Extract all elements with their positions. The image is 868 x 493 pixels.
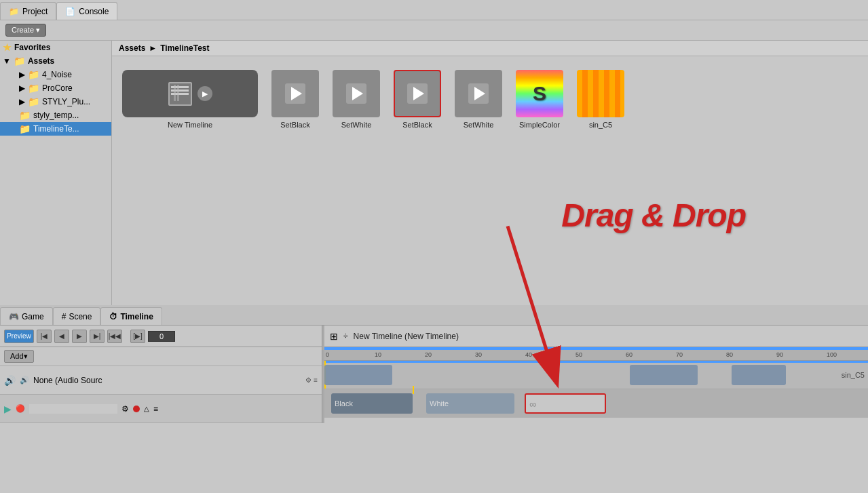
folder-icon: 📁 xyxy=(28,69,39,80)
tab-scene-label: Scene xyxy=(69,312,92,321)
asset-thumb-rainbow: S xyxy=(516,70,563,117)
cube-color-icon: 🔴 xyxy=(16,404,25,413)
asset-setwhite1[interactable]: SetWhite xyxy=(333,70,380,129)
svg-rect-4 xyxy=(177,85,179,101)
bottom-panel: 🎮 Game # Scene ⏱ Timeline Preview |◀ ◀ ▶… xyxy=(0,305,868,478)
sin-c5-label: sin_C5 xyxy=(842,361,865,389)
asset-thumb-striped xyxy=(577,70,624,117)
breadcrumb-folder: TimelineTest xyxy=(160,43,209,53)
tab-scene[interactable]: # Scene xyxy=(53,307,101,325)
preview-label: Preview xyxy=(7,332,31,340)
sidebar-item-label: TimelineTe... xyxy=(33,124,79,134)
asset-label: SetWhite xyxy=(464,121,494,129)
timeline-content: sin_C5 Black White xyxy=(324,361,868,423)
svg-rect-1 xyxy=(171,90,189,92)
preview-button[interactable]: Preview xyxy=(4,330,34,343)
asset-new-timeline[interactable]: ▶ New Timeline xyxy=(122,70,258,129)
main-area: ★ Favorites ▼ 📁 Assets ▶ 📁 4_Noise ▶ 📁 P… xyxy=(0,41,868,305)
sidebar-item-styly-temp[interactable]: 📁 styly_temp... xyxy=(0,109,111,122)
asset-simplecolor[interactable]: S SimpleColor xyxy=(516,70,563,129)
tab-timeline[interactable]: ⏱ Timeline xyxy=(100,307,162,325)
tab-console[interactable]: 📄 Console xyxy=(56,2,117,20)
step-back-button[interactable]: ◀ xyxy=(54,330,69,343)
timeline-title: New Timeline (New Timeline) xyxy=(354,332,459,341)
asset-setblack2[interactable]: SetBlack xyxy=(394,70,441,129)
audio-track-timeline: sin_C5 xyxy=(324,361,868,389)
asset-label: sin_C5 xyxy=(589,121,612,129)
asset-sinc5[interactable]: sin_C5 xyxy=(577,70,624,129)
white-block[interactable]: White xyxy=(426,393,514,414)
sidebar-favorites[interactable]: ★ Favorites xyxy=(0,41,111,54)
audio-track-row: 🔊 🔊 None (Audio Sourc ⚙ ≡ xyxy=(0,366,322,395)
asset-label: SetBlack xyxy=(280,121,309,129)
sidebar-item-label: styly_temp... xyxy=(33,111,79,120)
timeline-icon: ⏱ xyxy=(109,312,117,321)
drop-target-block[interactable]: ∞ xyxy=(525,393,606,414)
sidebar-item-4noise[interactable]: ▶ 📁 4_Noise xyxy=(0,68,111,81)
star-icon: ★ xyxy=(3,42,12,53)
play-btn[interactable] xyxy=(407,83,428,104)
timeline-toolbar: Preview |◀ ◀ ▶ ▶| |◀◀ [▶] 0 xyxy=(0,326,322,347)
play-btn[interactable] xyxy=(285,83,305,104)
folder-icon: 📁 xyxy=(19,123,31,134)
sidebar-item-styly-plu[interactable]: ▶ 📁 STYLY_Plu... xyxy=(0,95,111,109)
sidebar-assets-label: Assets xyxy=(28,56,54,66)
asset-thumb xyxy=(455,70,502,117)
scene-icon: # xyxy=(62,312,67,321)
asset-setblack1[interactable]: SetBlack xyxy=(271,70,319,129)
black-block[interactable]: Black xyxy=(331,393,413,414)
loop-button[interactable]: [▶] xyxy=(130,330,145,343)
asset-setwhite2[interactable]: SetWhite xyxy=(455,70,502,129)
arrow-right-btn[interactable]: ▶ xyxy=(197,86,212,101)
tab-game[interactable]: 🎮 Game xyxy=(0,307,53,325)
game-icon: 🎮 xyxy=(9,312,19,321)
record-dot xyxy=(133,406,140,412)
sidebar-item-label: ProCore xyxy=(42,83,73,93)
sidebar-favorites-label: Favorites xyxy=(14,43,50,52)
asset-label: SetBlack xyxy=(402,121,432,129)
create-button-label: Create ▾ xyxy=(12,26,40,35)
step-forward-button[interactable]: ▶| xyxy=(90,330,105,343)
asset-label: New Timeline xyxy=(168,121,212,129)
sidebar-item-label: STYLY_Plu... xyxy=(42,97,90,106)
go-start-button[interactable]: |◀ xyxy=(37,330,52,343)
play-btn[interactable] xyxy=(346,83,366,104)
asset-label: SetWhite xyxy=(341,121,372,129)
stripes xyxy=(577,70,624,117)
tab-project[interactable]: 📁 Project xyxy=(0,2,56,20)
timeline-panel: Preview |◀ ◀ ▶ ▶| |◀◀ [▶] 0 Add▾ 🔊 🔊 xyxy=(0,326,868,423)
svg-rect-0 xyxy=(171,86,189,88)
play-btn[interactable] xyxy=(468,83,489,104)
cube-play-icon[interactable]: ▶ xyxy=(4,403,12,414)
sidebar-assets-header[interactable]: ▼ 📁 Assets xyxy=(0,54,111,68)
svg-rect-2 xyxy=(171,93,189,95)
tab-timeline-label: Timeline xyxy=(120,312,153,321)
top-tab-bar: 📁 Project 📄 Console xyxy=(0,0,868,20)
arrow-right-icon: ▶ xyxy=(19,83,25,93)
cube-name-input[interactable]: Cube xyxy=(29,404,117,414)
asset-thumb xyxy=(271,70,319,117)
cube-dot-btn[interactable]: ⚙ xyxy=(121,404,129,414)
project-folder-icon: 📁 xyxy=(9,7,19,16)
timeline-left: Preview |◀ ◀ ▶ ▶| |◀◀ [▶] 0 Add▾ 🔊 🔊 xyxy=(0,326,322,423)
drop-target-label: ∞ xyxy=(526,395,605,414)
audio-settings-icon[interactable]: ⚙ ≡ xyxy=(305,376,318,384)
audio-block-2 xyxy=(630,365,698,385)
cube-yellow-tick xyxy=(413,386,414,394)
play-triangle-icon xyxy=(413,87,424,100)
play-button[interactable]: ▶ xyxy=(72,330,87,343)
tab-game-label: Game xyxy=(22,312,44,321)
add-label: Add▾ xyxy=(10,352,28,360)
time-input[interactable]: 0 xyxy=(148,331,175,342)
create-button[interactable]: Create ▾ xyxy=(5,24,46,37)
add-button[interactable]: Add▾ xyxy=(4,350,34,363)
go-end-button[interactable]: |◀◀ xyxy=(107,330,122,343)
black-block-label: Black xyxy=(331,393,413,414)
arrow-down-icon: ▼ xyxy=(3,56,11,66)
breadcrumb-assets[interactable]: Assets xyxy=(119,43,145,53)
cube-track-timeline: Black White ∞ xyxy=(324,389,868,418)
cube-menu-icon[interactable]: ≡ xyxy=(153,404,158,414)
sidebar-item-timeline[interactable]: 📁 TimelineTe... xyxy=(0,122,111,136)
sidebar-item-procore[interactable]: ▶ 📁 ProCore xyxy=(0,81,111,95)
timeline-ruler: 0 10 20 30 40 50 60 70 80 90 100 xyxy=(324,347,868,361)
